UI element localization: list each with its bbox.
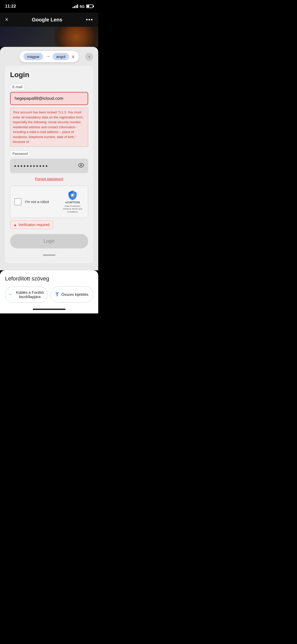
translation-arrow-icon: →	[46, 54, 50, 59]
forgot-password-link[interactable]: Forgot password	[35, 177, 63, 181]
bottom-panel: Lefordított szöveg → Küldés a Fordító ke…	[0, 270, 98, 313]
home-indicator	[5, 307, 93, 311]
bottom-actions: → Küldés a Fordító kezdőlapjára T Összes…	[5, 286, 93, 303]
source-language-chip[interactable]: magyar	[23, 53, 43, 60]
lens-more-button[interactable]: •••	[86, 16, 93, 23]
lens-title-google: Google	[32, 17, 49, 22]
error-text: Your account has been locked."3.1.3. You…	[13, 110, 84, 144]
language-dropdown-icon[interactable]: ∨	[72, 54, 75, 59]
status-time: 11:22	[5, 4, 16, 9]
lens-title: Google Lens	[32, 17, 62, 23]
battery-icon	[86, 5, 93, 8]
send-button-label: Küldés a Fordító kezdőlapjára	[15, 290, 45, 299]
email-value: hegepapa89@icloud.com	[15, 96, 63, 101]
recaptcha-terms-label: Data Protection General Terms and Condit…	[61, 205, 84, 214]
main-content: magyar → angol ∨ × Login E-mail hegepapa…	[0, 47, 98, 270]
lens-close-button[interactable]: ×	[5, 16, 8, 23]
email-label: E-mail	[10, 84, 25, 90]
status-bar: 11:22 5G	[0, 0, 98, 13]
translation-close-button[interactable]: ×	[85, 53, 93, 61]
error-message: Your account has been locked."3.1.3. You…	[10, 108, 88, 147]
camera-preview	[0, 27, 98, 47]
verification-required-badge: ▲ Verification required	[10, 220, 53, 229]
email-input[interactable]: hegepapa89@icloud.com	[10, 92, 88, 105]
network-label: 5G	[80, 4, 85, 9]
select-button-label: Összes kijelölés	[61, 292, 88, 297]
show-password-icon[interactable]	[78, 162, 84, 170]
send-icon: →	[8, 292, 12, 297]
bottom-panel-title: Lefordított szöveg	[5, 275, 93, 282]
recaptcha-brand-label: reCAPTCHA	[65, 201, 80, 204]
recaptcha-right: reCAPTCHA Data Protection General Terms …	[61, 190, 84, 214]
forgot-password-section: Forgot password	[10, 177, 88, 181]
page-title: Login	[10, 71, 88, 79]
verification-text: Verification required	[18, 223, 50, 227]
send-to-translator-button[interactable]: → Küldés a Fordító kezdőlapjára	[5, 286, 48, 303]
recaptcha-checkbox[interactable]	[14, 198, 21, 205]
signal-bars-icon	[73, 5, 78, 8]
recaptcha-widget[interactable]: I'm not a robot reCAPTCHA Data Protectio…	[10, 186, 88, 218]
select-all-button[interactable]: T Összes kijelölés	[51, 286, 93, 303]
translation-bar: magyar → angol ∨ ×	[5, 51, 93, 62]
select-icon: T	[55, 291, 59, 298]
scroll-pill	[43, 254, 55, 256]
login-section: Login E-mail hegepapa89@icloud.com Your …	[5, 66, 93, 263]
password-dots: ●●●●●●●●●●●	[14, 164, 49, 168]
target-language-chip[interactable]: angol	[53, 53, 69, 60]
status-icons: 5G	[73, 4, 93, 9]
recaptcha-left: I'm not a robot	[14, 198, 49, 205]
lens-title-lens: Lens	[49, 17, 62, 22]
recaptcha-logo-icon	[68, 190, 78, 200]
warning-icon: ▲	[13, 223, 17, 227]
translation-pill[interactable]: magyar → angol ∨	[19, 51, 79, 62]
scroll-indicator	[10, 252, 88, 258]
password-label: Password	[10, 151, 30, 157]
login-button[interactable]: Login	[10, 234, 88, 248]
lens-header: × Google Lens •••	[0, 13, 98, 27]
password-input[interactable]: ●●●●●●●●●●●	[10, 159, 88, 173]
svg-point-0	[80, 165, 82, 166]
recaptcha-label: I'm not a robot	[25, 200, 49, 204]
home-bar	[33, 309, 65, 310]
